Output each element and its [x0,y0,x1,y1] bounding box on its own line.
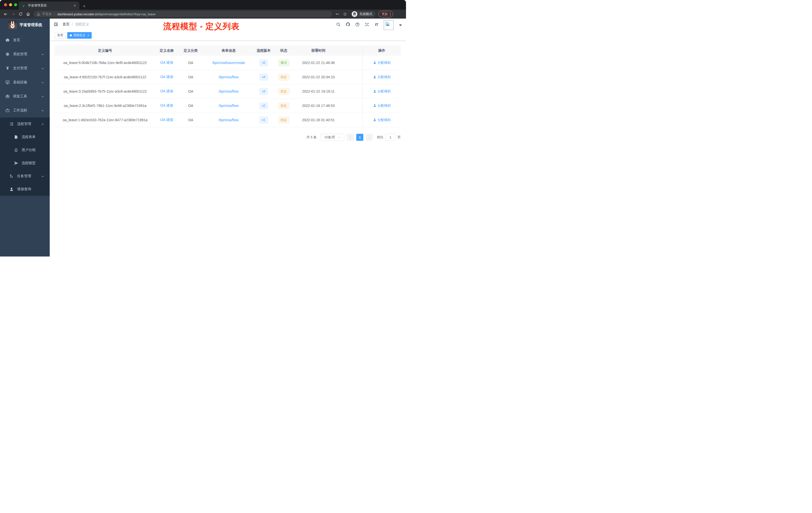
assign-rule-label: 分配规则 [378,103,391,108]
bookmark-star-icon[interactable] [342,10,348,18]
chevron-down-icon [41,67,44,71]
new-tab-button[interactable]: + [83,4,86,8]
definition-id: oa_leave:4:991f2193-7b7f-11ec-a3c8-acde4… [55,75,155,79]
form-info-link[interactable]: /bpm/oa/leave/create [212,61,245,65]
sidebar-item-process-model[interactable]: 流程模型 [0,157,50,170]
home-button[interactable] [25,10,32,18]
goto-page-input[interactable] [385,134,396,141]
sidebar-item-process-form[interactable]: 流程表单 [0,130,50,144]
table-row: oa_leave:2:3c1f0ef1-76b1-11ec-9c66-a2380… [55,99,401,113]
help-icon[interactable] [355,22,360,27]
prev-page-button[interactable]: ‹ [347,134,354,141]
back-button[interactable] [2,10,9,18]
goto-label: 前往 [377,135,383,140]
tab-close-icon[interactable]: ✕ [72,4,77,7]
assign-rule-label: 分配规则 [378,75,391,79]
assign-rule-link[interactable]: 分配规则 [373,89,391,94]
font-size-icon[interactable]: tT [374,22,379,27]
chevron-down-icon [41,95,44,99]
next-page-button[interactable]: › [366,134,373,141]
assign-rule-link[interactable]: 分配规则 [373,118,391,122]
reload-button[interactable] [17,10,24,18]
version-badge: v4 [259,74,268,81]
sidebar-toggle-icon[interactable] [54,22,58,27]
assign-rule-link[interactable]: 分配规则 [373,75,391,79]
page-size-value: 10条/页 [324,135,335,140]
browser-tabstrip: 芋道管理系统 ✕ + [0,0,406,9]
yen-icon: ¥ [5,66,10,70]
column-header: 操作 [363,49,401,53]
sidebar-item-label: 基础设施 [13,80,27,85]
sidebar-item-system-management[interactable]: 系统管理 [0,47,50,61]
assign-rule-link[interactable]: 分配规则 [373,60,391,65]
window-minimize-button[interactable] [9,3,12,6]
sidebar-item-label: 用户分组 [22,148,36,152]
window-close-button[interactable] [4,3,7,6]
update-label: 更新 [382,12,388,16]
paper-plane-icon [14,161,18,165]
deploy-time: 2022-01-22 20:34:10 [294,75,343,79]
definition-category: OA [178,118,203,122]
sidebar-item-payment-management[interactable]: ¥支付管理 [0,61,50,75]
incognito-badge: 无痕模式 [351,11,375,17]
sidebar-item-label: 工作流程 [13,108,27,113]
column-header: 表单信息 [203,49,254,53]
table-row: oa_leave:4:991f2193-7b7f-11ec-a3c8-acde4… [55,70,401,84]
github-icon[interactable] [346,22,350,27]
search-icon[interactable] [336,22,341,27]
user-avatar[interactable] [384,20,394,30]
tag-item[interactable]: 首页 [55,32,66,39]
forward-button[interactable] [9,10,17,18]
window-maximize-button[interactable] [14,3,17,6]
url-path: /bpm/manager/definition?key=oa_leave [98,12,155,16]
page-number-button[interactable]: 1 [356,134,363,141]
sidebar-item-home[interactable]: 首页 [0,33,50,47]
sidebar-item-task-management[interactable]: 任务管理 [0,170,50,183]
chevron-down-icon [338,136,341,139]
assign-rule-link[interactable]: 分配规则 [373,103,391,108]
definition-name-link[interactable]: OA 请假 [160,75,173,79]
browser-menu-icon[interactable] [390,12,391,16]
sidebar-item-label: 研发工具 [13,94,27,99]
form-info-link[interactable]: /bpm/oa/flow [219,89,238,93]
definition-id: oa_leave:5:004b710b-7b8a-11ec-8ef0-acde4… [55,61,155,65]
sidebar-item-workflow[interactable]: 工作流程 [0,103,50,117]
definition-name-link[interactable]: OA 请假 [160,103,173,108]
definition-name-link[interactable]: OA 请假 [160,60,173,64]
form-info-link[interactable]: /bpm/oa/flow [219,104,238,108]
sidebar-item-leave-query[interactable]: 请假查询 [0,183,50,196]
fullscreen-icon[interactable] [365,22,369,27]
security-label[interactable]: 不安全 [42,12,52,16]
tag-active[interactable]: 流程定义× [67,32,92,39]
assign-rule-label: 分配规则 [378,118,391,122]
sidebar-item-infrastructure[interactable]: 基础设施 [0,75,50,89]
sidebar-item-label: 支付管理 [13,66,27,70]
avatar-caret-down-icon[interactable] [399,24,402,28]
page-size-select[interactable]: 10条/页 [321,134,344,141]
definition-category: OA [178,89,203,93]
tag-close-icon[interactable]: × [87,34,89,37]
sidebar-item-dev-tools[interactable]: 研发工具 [0,89,50,103]
definition-id: oa_leave:1:482ec033-762a-11ec-8477-a2380… [55,118,155,122]
status-badge: 挂起 [278,88,290,95]
definition-name-link[interactable]: OA 请假 [160,89,173,93]
form-info-link[interactable]: /bpm/oa/flow [219,75,238,79]
column-header: 定义分类 [178,49,203,53]
sidebar-item-label: 流程表单 [22,135,36,139]
goto-unit: 页 [398,135,401,140]
breadcrumb: 首页 / 流程定义 [62,22,89,27]
password-key-icon[interactable] [334,10,341,18]
address-bar[interactable]: 不安全 dashboard.yudao.iocoder.cn/bpm/manag… [34,11,332,17]
url-text: dashboard.yudao.iocoder.cn/bpm/manager/d… [58,12,156,16]
sidebar-item-user-group[interactable]: 用户分组 [0,144,50,157]
form-info-link[interactable]: /bpm/oa/flow [219,118,238,122]
app-title: 芋道管理系统 [20,23,42,27]
definition-name-link[interactable]: OA 请假 [160,118,173,122]
sidebar-item-label: 系统管理 [13,52,27,57]
sidebar-item-process-management[interactable]: 流程管理 [0,117,50,130]
sidebar-item-label: 首页 [13,38,20,42]
update-button[interactable]: 更新 [378,11,393,17]
browser-tab[interactable]: 芋道管理系统 ✕ [19,1,79,9]
dashboard-icon [5,38,10,42]
breadcrumb-home[interactable]: 首页 [62,22,69,27]
